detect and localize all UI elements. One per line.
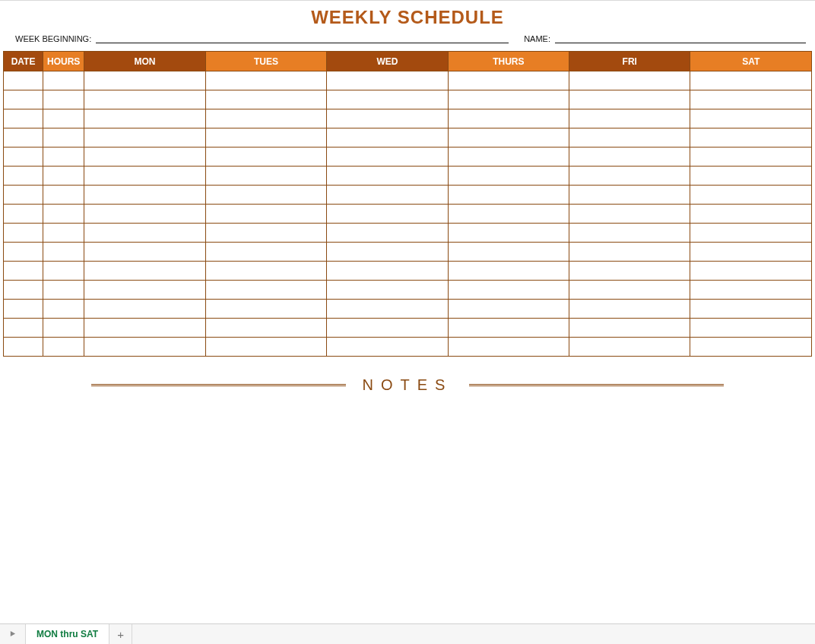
cell-wed[interactable] — [327, 109, 448, 128]
cell-sat[interactable] — [690, 300, 812, 319]
cell-tues[interactable] — [205, 90, 326, 109]
sheet-tab-active[interactable]: MON thru SAT — [26, 624, 109, 644]
cell-fri[interactable] — [569, 224, 690, 243]
cell-tues[interactable] — [205, 205, 326, 224]
cell-fri[interactable] — [569, 300, 690, 319]
cell-sat[interactable] — [690, 186, 812, 205]
cell-fri[interactable] — [569, 128, 690, 148]
cell-wed[interactable] — [327, 128, 448, 148]
cell-thurs[interactable] — [448, 300, 569, 319]
cell-fri[interactable] — [569, 243, 690, 262]
cell-hours[interactable] — [43, 148, 84, 167]
cell-date[interactable] — [4, 338, 43, 357]
cell-sat[interactable] — [690, 148, 812, 167]
cell-wed[interactable] — [327, 243, 448, 262]
cell-thurs[interactable] — [448, 262, 569, 281]
cell-thurs[interactable] — [448, 186, 569, 205]
cell-sat[interactable] — [690, 205, 812, 224]
cell-date[interactable] — [4, 109, 43, 128]
cell-tues[interactable] — [205, 281, 326, 300]
cell-fri[interactable] — [569, 262, 690, 281]
cell-mon[interactable] — [84, 128, 205, 148]
cell-mon[interactable] — [84, 262, 205, 281]
week-beginning-field[interactable] — [96, 33, 509, 43]
cell-mon[interactable] — [84, 167, 205, 186]
cell-mon[interactable] — [84, 243, 205, 262]
cell-wed[interactable] — [327, 224, 448, 243]
cell-fri[interactable] — [569, 338, 690, 357]
cell-tues[interactable] — [205, 319, 326, 338]
cell-hours[interactable] — [43, 109, 84, 128]
cell-sat[interactable] — [690, 167, 812, 186]
cell-hours[interactable] — [43, 338, 84, 357]
cell-hours[interactable] — [43, 90, 84, 109]
cell-date[interactable] — [4, 319, 43, 338]
add-sheet-button[interactable]: + — [109, 624, 132, 644]
cell-hours[interactable] — [43, 243, 84, 262]
cell-thurs[interactable] — [448, 90, 569, 109]
cell-fri[interactable] — [569, 319, 690, 338]
cell-mon[interactable] — [84, 224, 205, 243]
cell-hours[interactable] — [43, 281, 84, 300]
cell-wed[interactable] — [327, 71, 448, 90]
cell-tues[interactable] — [205, 186, 326, 205]
cell-mon[interactable] — [84, 90, 205, 109]
cell-hours[interactable] — [43, 205, 84, 224]
cell-date[interactable] — [4, 281, 43, 300]
cell-tues[interactable] — [205, 71, 326, 90]
cell-tues[interactable] — [205, 224, 326, 243]
cell-tues[interactable] — [205, 338, 326, 357]
cell-mon[interactable] — [84, 109, 205, 128]
cell-date[interactable] — [4, 243, 43, 262]
cell-fri[interactable] — [569, 71, 690, 90]
cell-thurs[interactable] — [448, 281, 569, 300]
cell-wed[interactable] — [327, 319, 448, 338]
cell-fri[interactable] — [569, 167, 690, 186]
cell-date[interactable] — [4, 262, 43, 281]
cell-thurs[interactable] — [448, 338, 569, 357]
cell-sat[interactable] — [690, 262, 812, 281]
cell-wed[interactable] — [327, 167, 448, 186]
cell-hours[interactable] — [43, 186, 84, 205]
cell-date[interactable] — [4, 224, 43, 243]
cell-hours[interactable] — [43, 167, 84, 186]
cell-thurs[interactable] — [448, 224, 569, 243]
cell-date[interactable] — [4, 71, 43, 90]
cell-sat[interactable] — [690, 71, 812, 90]
cell-date[interactable] — [4, 300, 43, 319]
cell-date[interactable] — [4, 186, 43, 205]
cell-tues[interactable] — [205, 128, 326, 148]
cell-tues[interactable] — [205, 262, 326, 281]
cell-sat[interactable] — [690, 128, 812, 148]
cell-date[interactable] — [4, 148, 43, 167]
cell-sat[interactable] — [690, 224, 812, 243]
cell-wed[interactable] — [327, 300, 448, 319]
cell-wed[interactable] — [327, 205, 448, 224]
cell-thurs[interactable] — [448, 128, 569, 148]
cell-fri[interactable] — [569, 281, 690, 300]
cell-tues[interactable] — [205, 148, 326, 167]
cell-mon[interactable] — [84, 186, 205, 205]
cell-hours[interactable] — [43, 224, 84, 243]
cell-mon[interactable] — [84, 281, 205, 300]
cell-hours[interactable] — [43, 319, 84, 338]
cell-fri[interactable] — [569, 186, 690, 205]
cell-sat[interactable] — [690, 338, 812, 357]
cell-wed[interactable] — [327, 90, 448, 109]
cell-thurs[interactable] — [448, 71, 569, 90]
cell-sat[interactable] — [690, 281, 812, 300]
cell-sat[interactable] — [690, 243, 812, 262]
cell-date[interactable] — [4, 167, 43, 186]
cell-thurs[interactable] — [448, 148, 569, 167]
name-field[interactable] — [555, 33, 806, 43]
cell-wed[interactable] — [327, 281, 448, 300]
cell-mon[interactable] — [84, 71, 205, 90]
cell-sat[interactable] — [690, 319, 812, 338]
cell-tues[interactable] — [205, 300, 326, 319]
cell-wed[interactable] — [327, 262, 448, 281]
tab-scroll-button[interactable] — [0, 624, 26, 644]
cell-date[interactable] — [4, 128, 43, 148]
cell-mon[interactable] — [84, 148, 205, 167]
cell-hours[interactable] — [43, 128, 84, 148]
cell-thurs[interactable] — [448, 243, 569, 262]
